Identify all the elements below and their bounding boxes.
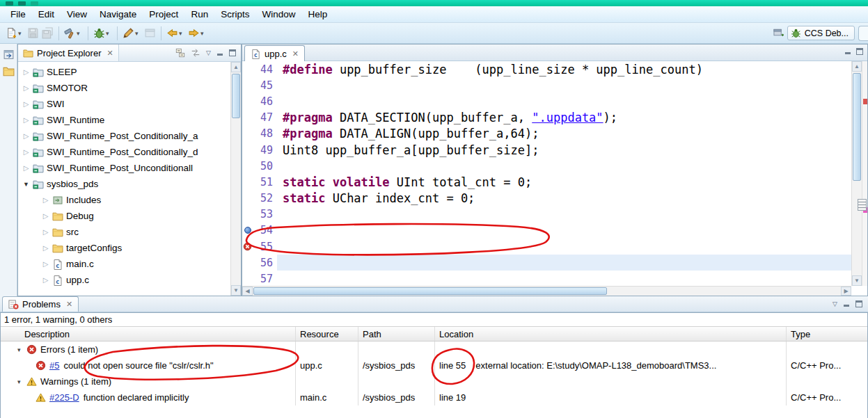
dropdown-caret-icon[interactable]: ▾ [77, 30, 83, 37]
tree-item-swi-runtime-post-conditionally-d[interactable]: ▷SWI_Runtime_Post_Conditionally_d [18, 144, 230, 160]
menu-project[interactable]: Project [143, 7, 184, 22]
link-with-editor-icon[interactable] [191, 48, 200, 58]
code-line[interactable]: 50 [242, 158, 851, 174]
tree-item-main-c[interactable]: ▷main.c [18, 256, 230, 272]
code-line-current[interactable]: 56 [242, 255, 851, 271]
tree-item-smotor[interactable]: ▷SMOTOR [18, 80, 230, 96]
menu-scripts[interactable]: Scripts [214, 7, 255, 22]
code-line[interactable]: 53 [242, 207, 851, 223]
group-expand-icon[interactable]: ▾ [17, 346, 26, 353]
close-icon[interactable]: ✕ [66, 300, 72, 309]
code-line[interactable]: 52static UChar index_cnt = 0; [242, 191, 851, 207]
expand-arrow-icon[interactable]: ▷ [42, 276, 49, 284]
expand-arrow-icon[interactable]: ▷ [22, 84, 30, 92]
tree-item-swi-runtime-post-conditionally-a[interactable]: ▷SWI_Runtime_Post_Conditionally_a [18, 128, 230, 144]
close-icon[interactable]: ✕ [292, 49, 299, 58]
scroll-down-button[interactable]: ▼ [852, 275, 862, 286]
tree-item-includes[interactable]: ▷Includes [18, 192, 230, 208]
window-button[interactable] [143, 25, 157, 42]
tree-item-sleep[interactable]: ▷SLEEP [18, 64, 230, 80]
scrollbar-thumb[interactable] [253, 287, 607, 295]
tree-item-swi-runtime[interactable]: ▷SWI_Runtime [18, 112, 230, 128]
column-location[interactable]: Location [435, 327, 787, 341]
code-line[interactable]: 46 [242, 93, 851, 109]
tab-problems[interactable]: Problems ✕ [2, 296, 79, 312]
menu-window[interactable]: Window [255, 7, 301, 22]
scroll-up-button[interactable]: ▲ [852, 61, 862, 72]
collapse-arrow-icon[interactable]: ▼ [22, 181, 30, 188]
code-line[interactable]: 54 [242, 223, 851, 239]
scrollbar-thumb[interactable] [232, 74, 240, 118]
debug-button[interactable]: ▾ [92, 25, 113, 42]
expand-arrow-icon[interactable]: ▷ [22, 132, 30, 140]
tab-upp-c[interactable]: upp.c ✕ [244, 45, 305, 61]
minimized-folder-view-icon[interactable] [3, 65, 15, 77]
dropdown-caret-icon[interactable]: ▾ [106, 30, 112, 37]
expand-arrow-icon[interactable]: ▷ [42, 260, 49, 268]
menu-navigate[interactable]: Navigate [93, 7, 143, 22]
overview-menu-icon[interactable] [858, 199, 867, 211]
warning-row[interactable]: #225-Dfunction declared implicitly main.… [1, 389, 867, 405]
toolbar-overflow-button[interactable] [858, 26, 868, 41]
expand-arrow-icon[interactable]: ▷ [22, 164, 30, 172]
error-id-link[interactable]: #5 [49, 360, 59, 371]
column-description[interactable]: Description [1, 327, 296, 341]
tree-item-sysbios-pds[interactable]: ▼sysbios_pds [18, 176, 230, 192]
group-expand-icon[interactable]: ▾ [17, 378, 26, 385]
code-line[interactable]: 48#pragma DATA_ALIGN(upp_buffer_a,64); [242, 126, 851, 142]
maximize-icon[interactable] [229, 49, 236, 56]
tree-item-src[interactable]: ▷src [18, 224, 230, 240]
dropdown-caret-icon[interactable]: ▾ [179, 30, 185, 37]
tree-item-upp-c[interactable]: ▷upp.c [18, 272, 230, 288]
save-all-button[interactable] [40, 25, 55, 42]
back-button[interactable]: ▾ [165, 25, 187, 42]
column-type[interactable]: Type [787, 327, 867, 341]
menu-edit[interactable]: Edit [32, 7, 61, 22]
tab-project-explorer[interactable]: Project Explorer ✕ [18, 45, 119, 61]
new-target-config-button[interactable]: ▾ [121, 25, 143, 42]
errors-group-row[interactable]: ▾Errors (1 item) [1, 341, 867, 357]
dropdown-caret-icon[interactable]: ▾ [135, 30, 141, 37]
ccs-debug-perspective-button[interactable]: CCS Deb... [787, 26, 855, 40]
error-overview-marker[interactable] [863, 99, 867, 104]
expand-arrow-icon[interactable]: ▷ [42, 228, 49, 236]
close-icon[interactable]: ✕ [106, 49, 113, 58]
code-line[interactable]: 49Uint8 upp_buffer_a[upp_buffer_size]; [242, 142, 851, 158]
tree-item-swi-runtime-post-unconditionall[interactable]: ▷SWI_Runtime_Post_Unconditionall [18, 160, 230, 176]
scroll-left-button[interactable]: ◀ [242, 287, 253, 296]
column-path[interactable]: Path [358, 327, 435, 341]
expand-arrow-icon[interactable]: ▷ [22, 100, 30, 108]
menu-view[interactable]: View [61, 7, 93, 22]
overview-ruler[interactable] [862, 61, 867, 286]
code-line[interactable]: 44#define upp_buffer_size (upp_line_size… [242, 61, 851, 77]
column-resource[interactable]: Resource [296, 327, 358, 341]
dropdown-caret-icon[interactable]: ▾ [18, 30, 24, 37]
forward-button[interactable]: ▾ [187, 25, 208, 42]
menu-help[interactable]: Help [301, 7, 333, 22]
expand-arrow-icon[interactable]: ▷ [42, 244, 49, 252]
expand-arrow-icon[interactable]: ▷ [22, 116, 30, 124]
minimize-icon[interactable] [844, 48, 851, 55]
menu-file[interactable]: File [4, 7, 32, 22]
scroll-up-button[interactable]: ▲ [231, 62, 241, 72]
open-perspective-icon[interactable] [773, 28, 784, 38]
maximize-icon[interactable] [856, 48, 863, 55]
info-marker-icon[interactable] [244, 227, 251, 234]
tree-item-swi[interactable]: ▷SWI [18, 96, 230, 112]
scroll-down-button[interactable]: ▼ [231, 285, 241, 296]
scrollbar-thumb[interactable] [853, 73, 861, 181]
warnings-group-row[interactable]: ▾Warnings (1 item) [1, 373, 867, 389]
save-button[interactable] [26, 25, 40, 42]
window-titlebar[interactable] [0, 0, 868, 6]
code-line[interactable]: 47#pragma DATA_SECTION(upp_buffer_a, ".u… [242, 110, 851, 126]
explorer-scrollbar[interactable]: ▲ ▼ [230, 62, 241, 296]
minimize-icon[interactable] [216, 49, 223, 56]
error-marker-icon[interactable] [243, 242, 252, 251]
new-file-button[interactable]: ▾ [4, 25, 26, 42]
code-line[interactable]: 45 [242, 77, 851, 93]
expand-arrow-icon[interactable]: ▷ [22, 68, 30, 76]
dropdown-caret-icon[interactable]: ▾ [200, 30, 207, 37]
editor-horizontal-scrollbar[interactable]: ◀ ▶ [242, 286, 851, 296]
collapse-all-icon[interactable] [175, 48, 185, 58]
view-menu-icon[interactable]: ▽ [206, 49, 211, 56]
